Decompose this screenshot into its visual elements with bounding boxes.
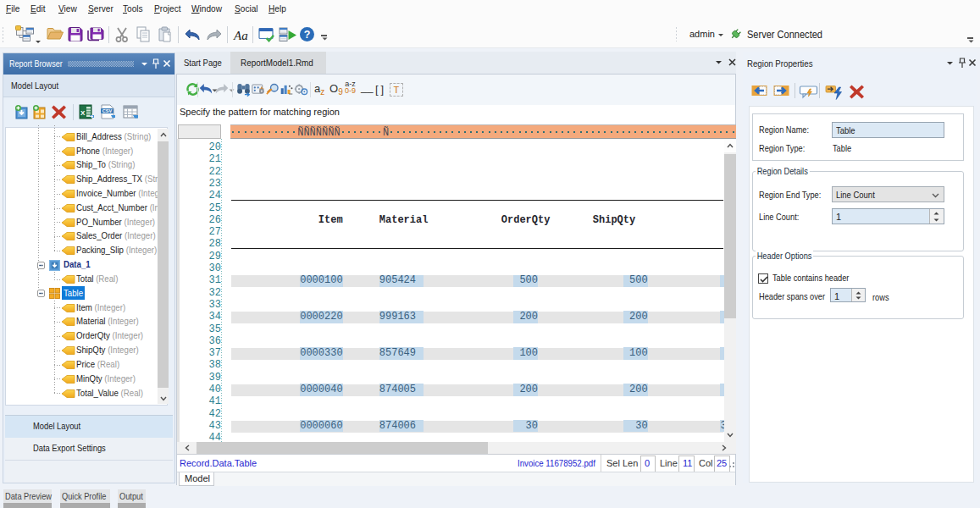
svg-text:X: X <box>80 109 86 117</box>
svg-text:?: ? <box>304 29 311 41</box>
svg-text:CSV: CSV <box>102 108 113 113</box>
